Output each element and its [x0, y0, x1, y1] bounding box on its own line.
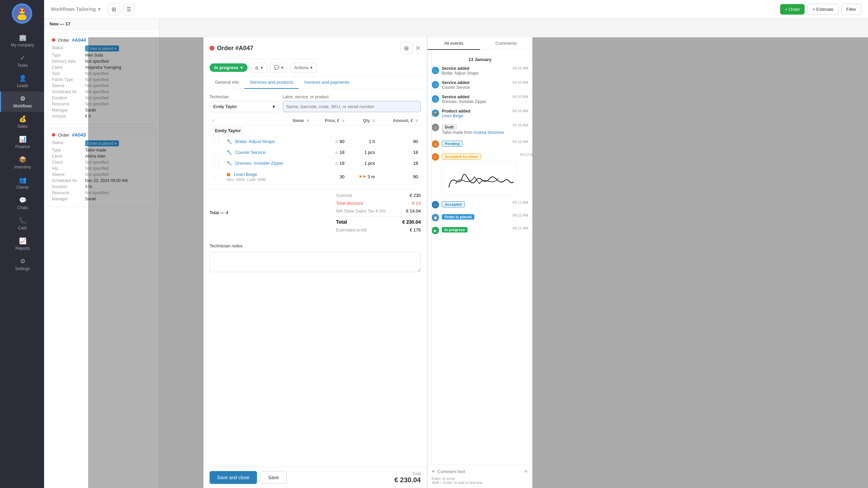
tab-services-products[interactable]: Services and products	[244, 76, 299, 89]
drag-handle-icon[interactable]: ⋮⋮	[212, 139, 221, 144]
save-btn[interactable]: Save	[260, 471, 287, 484]
sidebar-item-calls[interactable]: 📞 Calls	[0, 214, 44, 234]
product-link[interactable]: Linen Beige	[234, 172, 257, 177]
add-estimate-btn[interactable]: + Estimate	[807, 4, 839, 15]
th-amount[interactable]: Amount, € ⇅	[378, 116, 421, 125]
order-id[interactable]: #A043	[72, 132, 86, 138]
chevron-down-icon: ▾	[261, 65, 263, 70]
sidebar-item-label: Sales	[17, 124, 27, 129]
toolbar-actions: + Order + Estimate Filter	[780, 4, 861, 15]
add-comment-icon[interactable]: +	[432, 468, 435, 474]
sidebar-item-sales[interactable]: 💰 Sales	[0, 112, 44, 132]
modal-spacer	[88, 37, 203, 488]
activity-subtitle: Courier Service	[442, 85, 510, 90]
activity-footer: + 👁 Enter, to send Shift + Enter, to add…	[428, 465, 532, 488]
sort-icon[interactable]: ⇅	[342, 119, 344, 123]
sidebar-item-my-company[interactable]: 🏢 My company	[0, 30, 44, 51]
activity-title: Service added	[442, 66, 510, 71]
technician-select[interactable]: Emily Taylor ▾	[210, 101, 279, 112]
add-order-btn[interactable]: + Order	[780, 4, 805, 15]
list-view-btn[interactable]: ☰	[123, 3, 135, 15]
edit-price-icon[interactable]: ⊗	[335, 139, 338, 144]
comment-input[interactable]	[437, 469, 521, 474]
sidebar-item-tasks[interactable]: ✓ Tasks	[0, 51, 44, 71]
status-pill[interactable]: In progress ▾	[210, 63, 248, 72]
technician-notes-input[interactable]	[210, 252, 421, 272]
product-link[interactable]: Linen Beige	[442, 114, 463, 118]
sidebar-item-finance[interactable]: 📊 Finance	[0, 132, 44, 152]
labor-input[interactable]	[283, 101, 421, 112]
edit-price-icon[interactable]: ⊗	[335, 150, 338, 155]
leads-icon: 👤	[19, 75, 26, 82]
print-btn[interactable]: 🖨 ▾	[251, 63, 267, 73]
table-row: ⋮⋮ ◼ Linen Beige SKU: 0909, Code: 9090 3…	[210, 169, 421, 185]
service-link[interactable]: Bridal. Adjust Straps	[235, 139, 275, 144]
sidebar-item-inventory[interactable]: 📦 Inventory	[0, 152, 44, 173]
sidebar-item-settings[interactable]: ⚙ Settings	[0, 254, 44, 274]
edit-price-icon[interactable]: ⊗	[335, 161, 338, 166]
sidebar-item-label: Leads	[17, 83, 28, 88]
total-row-discount: Total discount -€ 14	[336, 199, 421, 207]
th-name[interactable]: Name ⇅	[224, 116, 312, 125]
services-table: ↑ Name ⇅ Price, € ⇅	[210, 116, 421, 185]
form-group-labor: Labor, service, or product	[283, 95, 421, 112]
activity-item: 🔧 Service added Courier Service 04:10 AM	[432, 80, 528, 90]
tab-invoices-payments[interactable]: Invoices and payments	[299, 76, 355, 89]
tab-comments[interactable]: Comments	[480, 37, 533, 50]
td-price: ⊗ 90	[312, 136, 347, 147]
toolbar-icons: ⊞ ☰	[108, 3, 135, 15]
th-qty[interactable]: Qty ⇅	[347, 116, 378, 125]
drag-handle-icon[interactable]: ⋮⋮	[212, 174, 221, 179]
activity-subtitle: Dresses. Invisible Zipper	[442, 99, 510, 104]
sidebar-item-clients[interactable]: 👥 Clients	[0, 173, 44, 193]
author-link[interactable]: Andrea Stromme	[473, 130, 504, 135]
activity-panel: All events Comments 13 January 🔧 Servic	[427, 37, 532, 488]
chevron-down-icon: ▾	[310, 65, 313, 70]
drag-handle-icon[interactable]: ⋮⋮	[212, 150, 221, 155]
sidebar-item-label: Settings	[15, 266, 30, 271]
modal-close-btn[interactable]: ✕	[415, 44, 421, 52]
qty-group: ⚑⚑ 3 m	[350, 174, 375, 179]
sidebar-item-chats[interactable]: 💬 Chats	[0, 193, 44, 214]
content-area: New — 17 Order #A044 Status Order is pla…	[44, 19, 868, 488]
message-btn[interactable]: 💬 ▾	[270, 63, 287, 73]
visibility-icon[interactable]: 👁	[524, 469, 528, 474]
sort-icon[interactable]: ⇅	[372, 119, 375, 123]
sort-icon[interactable]: ⇅	[307, 119, 309, 123]
actions-btn[interactable]: Actions ▾	[291, 63, 317, 73]
order-id[interactable]: #A044	[72, 37, 86, 43]
activity-time: 04:10 AM	[513, 109, 528, 118]
service-icon: 🔧	[226, 150, 232, 155]
tab-general-info[interactable]: General info	[210, 76, 244, 89]
sidebar-item-workflows[interactable]: ⚙ Workflows	[0, 92, 44, 112]
drag-handle-icon[interactable]: ⋮⋮	[212, 161, 221, 166]
service-added-icon: 🔧	[432, 95, 439, 103]
finance-icon: 📊	[19, 136, 26, 143]
tab-all-events[interactable]: All events	[428, 37, 480, 50]
service-icon: 🔧	[226, 139, 232, 144]
sidebar-item-reports[interactable]: 📈 Reports	[0, 234, 44, 254]
activity-content: In progress	[442, 226, 510, 234]
barcode-view-btn[interactable]: ⊞	[108, 3, 120, 15]
activity-time: 04:12 AM	[513, 200, 528, 208]
td-amount: 18	[378, 158, 421, 169]
activity-content: Accepted by client	[442, 152, 517, 196]
dropdown-arrow-icon[interactable]: ▾	[98, 6, 100, 12]
total-row-tax: WA State Sales Tax 6.5% € 14.04	[336, 207, 421, 215]
avatar[interactable]	[12, 3, 32, 24]
td-amount: 90	[378, 169, 421, 185]
service-link[interactable]: Courier Service	[235, 150, 266, 155]
grid-view-btn[interactable]: ⊞	[400, 42, 412, 54]
page-title: Workflows Tailoring ▾	[51, 6, 100, 12]
modal-header: Order #A047 ⊞ ✕	[203, 37, 427, 59]
td-name: 🔧 Bridal. Adjust Straps	[224, 136, 312, 147]
sidebar-item-leads[interactable]: 👤 Leads	[0, 71, 44, 92]
workflows-icon: ⚙	[20, 95, 25, 102]
sort-icon[interactable]: ⇅	[415, 119, 418, 123]
th-price[interactable]: Price, € ⇅	[312, 116, 347, 125]
sidebar-item-label: My company	[11, 43, 34, 47]
service-link[interactable]: Dresses. Invisible Zipper	[235, 161, 283, 166]
td-qty: 1 pcs	[347, 158, 378, 169]
filter-btn[interactable]: Filter	[841, 4, 861, 15]
save-and-close-btn[interactable]: Save and close	[210, 471, 257, 484]
